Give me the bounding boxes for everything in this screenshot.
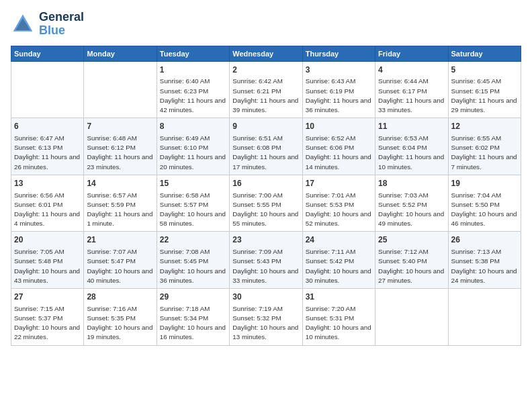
calendar-cell: 19Sunrise: 7:04 AMSunset: 5:50 PMDayligh… <box>448 175 521 232</box>
calendar-cell: 21Sunrise: 7:07 AMSunset: 5:47 PMDayligh… <box>84 232 157 289</box>
day-number: 2 <box>232 64 299 76</box>
day-number: 21 <box>87 234 153 246</box>
logo: General Blue <box>11 11 84 38</box>
day-info: Sunrise: 7:01 AMSunset: 5:53 PMDaylight:… <box>306 191 372 229</box>
day-number: 22 <box>160 234 226 246</box>
calendar-week-3: 13Sunrise: 6:56 AMSunset: 6:01 PMDayligh… <box>11 175 521 232</box>
calendar-cell: 5Sunrise: 6:45 AMSunset: 6:15 PMDaylight… <box>448 61 521 118</box>
day-number: 18 <box>378 178 445 189</box>
day-info: Sunrise: 7:15 AMSunset: 5:37 PMDaylight:… <box>14 304 81 342</box>
day-number: 8 <box>160 121 226 132</box>
day-number: 3 <box>306 64 372 76</box>
day-number: 5 <box>451 64 518 76</box>
calendar-cell: 15Sunrise: 6:58 AMSunset: 5:57 PMDayligh… <box>157 175 229 232</box>
calendar-cell: 8Sunrise: 6:49 AMSunset: 6:10 PMDaylight… <box>157 118 229 175</box>
calendar-table: SundayMondayTuesdayWednesdayThursdayFrid… <box>11 46 521 346</box>
day-number: 13 <box>14 178 81 189</box>
day-info: Sunrise: 7:20 AMSunset: 5:31 PMDaylight:… <box>306 304 372 342</box>
calendar-week-1: 1Sunrise: 6:40 AMSunset: 6:23 PMDaylight… <box>11 61 521 118</box>
calendar-cell: 6Sunrise: 6:47 AMSunset: 6:13 PMDaylight… <box>11 118 84 175</box>
day-number: 29 <box>160 291 226 303</box>
day-number: 19 <box>451 178 518 189</box>
page-header: General Blue <box>11 11 521 38</box>
calendar-cell: 17Sunrise: 7:01 AMSunset: 5:53 PMDayligh… <box>302 175 375 232</box>
weekday-wednesday: Wednesday <box>230 46 302 61</box>
calendar-cell: 20Sunrise: 7:05 AMSunset: 5:48 PMDayligh… <box>11 232 84 289</box>
day-number: 4 <box>378 64 445 76</box>
calendar-cell: 10Sunrise: 6:52 AMSunset: 6:06 PMDayligh… <box>302 118 375 175</box>
day-number: 11 <box>378 121 445 132</box>
day-info: Sunrise: 6:56 AMSunset: 6:01 PMDaylight:… <box>14 191 81 229</box>
day-info: Sunrise: 7:07 AMSunset: 5:47 PMDaylight:… <box>87 247 153 285</box>
day-info: Sunrise: 7:03 AMSunset: 5:52 PMDaylight:… <box>378 191 445 229</box>
day-info: Sunrise: 7:09 AMSunset: 5:43 PMDaylight:… <box>232 247 299 285</box>
day-number: 23 <box>232 234 299 246</box>
day-number: 25 <box>378 234 445 246</box>
day-number: 26 <box>451 234 518 246</box>
calendar-cell <box>84 61 157 118</box>
day-info: Sunrise: 7:04 AMSunset: 5:50 PMDaylight:… <box>451 191 518 229</box>
calendar-body: 1Sunrise: 6:40 AMSunset: 6:23 PMDaylight… <box>11 61 521 345</box>
calendar-cell: 3Sunrise: 6:43 AMSunset: 6:19 PMDaylight… <box>302 61 375 118</box>
day-info: Sunrise: 6:43 AMSunset: 6:19 PMDaylight:… <box>306 77 372 115</box>
day-number: 28 <box>87 291 153 303</box>
day-info: Sunrise: 7:12 AMSunset: 5:40 PMDaylight:… <box>378 247 445 285</box>
day-info: Sunrise: 7:08 AMSunset: 5:45 PMDaylight:… <box>160 247 226 285</box>
day-info: Sunrise: 6:47 AMSunset: 6:13 PMDaylight:… <box>14 134 81 172</box>
calendar-header: SundayMondayTuesdayWednesdayThursdayFrid… <box>11 46 521 61</box>
day-number: 7 <box>87 121 153 132</box>
day-number: 14 <box>87 178 153 189</box>
day-number: 24 <box>306 234 372 246</box>
calendar-cell: 13Sunrise: 6:56 AMSunset: 6:01 PMDayligh… <box>11 175 84 232</box>
day-info: Sunrise: 6:58 AMSunset: 5:57 PMDaylight:… <box>160 191 226 229</box>
calendar-cell: 9Sunrise: 6:51 AMSunset: 6:08 PMDaylight… <box>230 118 302 175</box>
calendar-week-5: 27Sunrise: 7:15 AMSunset: 5:37 PMDayligh… <box>11 289 521 346</box>
day-number: 20 <box>14 234 81 246</box>
day-info: Sunrise: 7:18 AMSunset: 5:34 PMDaylight:… <box>160 304 226 342</box>
calendar-cell: 1Sunrise: 6:40 AMSunset: 6:23 PMDaylight… <box>157 61 229 118</box>
calendar-week-2: 6Sunrise: 6:47 AMSunset: 6:13 PMDaylight… <box>11 118 521 175</box>
day-info: Sunrise: 6:53 AMSunset: 6:04 PMDaylight:… <box>378 134 445 172</box>
weekday-sunday: Sunday <box>11 46 84 61</box>
calendar-cell: 23Sunrise: 7:09 AMSunset: 5:43 PMDayligh… <box>230 232 302 289</box>
calendar-cell: 27Sunrise: 7:15 AMSunset: 5:37 PMDayligh… <box>11 289 84 346</box>
day-info: Sunrise: 6:48 AMSunset: 6:12 PMDaylight:… <box>87 134 153 172</box>
day-info: Sunrise: 7:16 AMSunset: 5:35 PMDaylight:… <box>87 304 153 342</box>
calendar-cell: 31Sunrise: 7:20 AMSunset: 5:31 PMDayligh… <box>302 289 375 346</box>
day-info: Sunrise: 6:42 AMSunset: 6:21 PMDaylight:… <box>232 77 299 115</box>
day-number: 10 <box>306 121 372 132</box>
calendar-cell: 30Sunrise: 7:19 AMSunset: 5:32 PMDayligh… <box>230 289 302 346</box>
weekday-header-row: SundayMondayTuesdayWednesdayThursdayFrid… <box>11 46 521 61</box>
calendar-cell <box>11 61 84 118</box>
calendar-cell: 12Sunrise: 6:55 AMSunset: 6:02 PMDayligh… <box>448 118 521 175</box>
day-number: 17 <box>306 178 372 189</box>
calendar-cell: 16Sunrise: 7:00 AMSunset: 5:55 PMDayligh… <box>230 175 302 232</box>
day-number: 9 <box>232 121 299 132</box>
day-info: Sunrise: 6:51 AMSunset: 6:08 PMDaylight:… <box>232 134 299 172</box>
day-number: 16 <box>232 178 299 189</box>
weekday-friday: Friday <box>375 46 448 61</box>
calendar-cell <box>375 289 448 346</box>
logo-icon <box>11 12 35 36</box>
calendar-cell: 2Sunrise: 6:42 AMSunset: 6:21 PMDaylight… <box>230 61 302 118</box>
day-info: Sunrise: 7:19 AMSunset: 5:32 PMDaylight:… <box>232 304 299 342</box>
weekday-saturday: Saturday <box>448 46 521 61</box>
day-number: 30 <box>232 291 299 303</box>
day-info: Sunrise: 6:52 AMSunset: 6:06 PMDaylight:… <box>306 134 372 172</box>
day-info: Sunrise: 7:11 AMSunset: 5:42 PMDaylight:… <box>306 247 372 285</box>
calendar-cell: 14Sunrise: 6:57 AMSunset: 5:59 PMDayligh… <box>84 175 157 232</box>
calendar-cell: 7Sunrise: 6:48 AMSunset: 6:12 PMDaylight… <box>84 118 157 175</box>
calendar-cell: 24Sunrise: 7:11 AMSunset: 5:42 PMDayligh… <box>302 232 375 289</box>
calendar-cell: 22Sunrise: 7:08 AMSunset: 5:45 PMDayligh… <box>157 232 229 289</box>
day-number: 12 <box>451 121 518 132</box>
calendar-cell: 29Sunrise: 7:18 AMSunset: 5:34 PMDayligh… <box>157 289 229 346</box>
calendar-week-4: 20Sunrise: 7:05 AMSunset: 5:48 PMDayligh… <box>11 232 521 289</box>
day-info: Sunrise: 6:45 AMSunset: 6:15 PMDaylight:… <box>451 77 518 115</box>
calendar-cell: 28Sunrise: 7:16 AMSunset: 5:35 PMDayligh… <box>84 289 157 346</box>
logo-text: General Blue <box>39 11 84 38</box>
day-number: 31 <box>306 291 372 303</box>
day-number: 6 <box>14 121 81 132</box>
day-info: Sunrise: 6:44 AMSunset: 6:17 PMDaylight:… <box>378 77 445 115</box>
day-number: 1 <box>160 64 226 76</box>
calendar-cell: 26Sunrise: 7:13 AMSunset: 5:38 PMDayligh… <box>448 232 521 289</box>
